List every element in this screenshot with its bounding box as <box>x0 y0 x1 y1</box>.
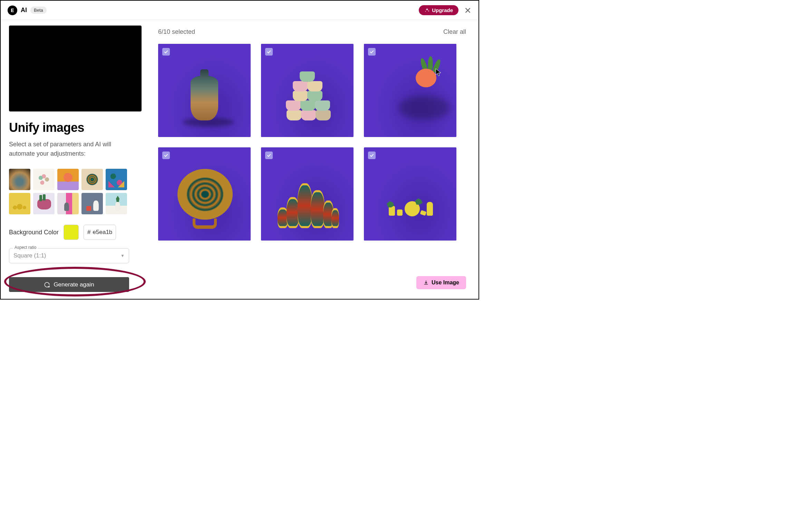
check-icon <box>266 153 272 158</box>
hash-prefix: # <box>87 229 90 236</box>
thumbnail[interactable] <box>9 193 30 214</box>
sparkle-icon <box>424 8 430 13</box>
result-tile[interactable] <box>158 147 251 241</box>
aspect-ratio-value: Square (1:1) <box>13 252 46 259</box>
page-description: Select a set of parameters and AI will a… <box>9 140 133 158</box>
bg-color-label: Background Color <box>9 229 59 236</box>
use-image-label: Use Image <box>432 280 459 286</box>
page-title: Unify images <box>9 120 133 135</box>
thumbnail[interactable] <box>106 169 127 190</box>
bg-color-swatch[interactable] <box>64 225 79 240</box>
selected-checkbox[interactable] <box>368 48 376 56</box>
check-icon <box>369 153 375 158</box>
clear-all-link[interactable]: Clear all <box>443 28 466 36</box>
thumbnail[interactable] <box>57 169 79 190</box>
thumbnail[interactable] <box>81 169 103 190</box>
bg-color-value: e5ea1b <box>93 229 113 236</box>
result-tile[interactable] <box>261 44 354 137</box>
brand-name: AI <box>21 7 27 14</box>
upgrade-button[interactable]: Upgrade <box>419 5 458 15</box>
settings-sidebar: Unify images Select a set of parameters … <box>1 20 142 299</box>
thumbnail[interactable] <box>33 169 55 190</box>
thumbnail[interactable] <box>9 169 30 190</box>
close-icon <box>464 7 472 14</box>
preview-image <box>9 26 142 111</box>
check-icon <box>266 49 272 55</box>
download-icon <box>423 280 429 285</box>
beta-badge: Beta <box>30 7 47 14</box>
check-icon <box>369 49 375 55</box>
thumbnail[interactable] <box>106 193 127 214</box>
refresh-icon <box>44 282 50 288</box>
bg-color-input[interactable]: # e5ea1b <box>84 225 116 240</box>
thumbnail[interactable] <box>81 193 103 214</box>
thumbnail[interactable] <box>57 193 79 214</box>
selected-checkbox[interactable] <box>368 152 376 159</box>
check-icon <box>163 49 169 55</box>
selected-checkbox[interactable] <box>265 48 273 56</box>
generate-label: Generate again <box>54 281 94 288</box>
aspect-ratio-label: Aspect ratio <box>13 245 38 250</box>
source-thumbnails <box>9 169 133 214</box>
use-image-button[interactable]: Use Image <box>416 276 466 289</box>
selected-checkbox[interactable] <box>162 152 170 159</box>
selected-checkbox[interactable] <box>265 152 273 159</box>
generate-again-button[interactable]: Generate again <box>9 277 129 292</box>
selected-checkbox[interactable] <box>162 48 170 56</box>
results-panel: 6/10 selected Clear all <box>142 20 478 299</box>
thumbnail[interactable] <box>33 193 55 214</box>
result-tile[interactable] <box>364 147 456 241</box>
aspect-ratio-select[interactable]: Square (1:1) ▼ <box>9 248 129 263</box>
result-tile[interactable] <box>261 147 354 241</box>
result-tile[interactable] <box>158 44 251 137</box>
chevron-down-icon: ▼ <box>120 253 125 258</box>
upgrade-label: Upgrade <box>432 7 453 13</box>
close-button[interactable] <box>464 7 472 14</box>
check-icon <box>163 153 169 158</box>
selected-count: 6/10 selected <box>158 28 195 36</box>
result-tile[interactable] <box>364 44 456 137</box>
app-header: E AI Beta Upgrade <box>1 1 478 20</box>
brand-logo: E <box>8 6 17 15</box>
